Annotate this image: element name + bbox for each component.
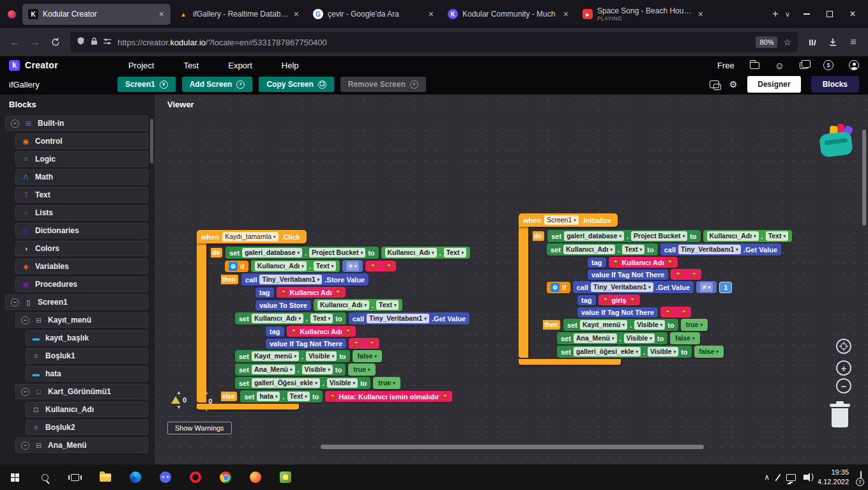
window-maximize-button[interactable] xyxy=(818,4,841,25)
menu-hamburger-icon[interactable]: ≡ xyxy=(844,33,863,52)
block-dropdown[interactable]: Tiny_Veritabanı1 xyxy=(591,282,653,292)
call-argument-row[interactable]: tag xyxy=(266,326,284,337)
call-argument-row[interactable]: value If Tag Not There xyxy=(577,307,658,318)
block-dropdown[interactable]: Kullanıcı_Adı xyxy=(385,248,437,257)
screen-selector-button[interactable]: Screen1∨ xyxy=(118,77,176,92)
block-dropdown[interactable]: true xyxy=(685,320,704,330)
extensions-cards-icon[interactable] xyxy=(800,62,808,69)
center-blocks-button[interactable] xyxy=(836,339,851,354)
sidebar-item-ana-men-[interactable]: −⊟Ana_Menü xyxy=(15,438,148,453)
boolean-block[interactable]: false xyxy=(353,350,382,362)
sidebar-item-bo-luk2[interactable]: ≡Boşluk2 xyxy=(26,420,148,435)
feedback-smiley-icon[interactable]: ☺ xyxy=(775,61,784,70)
collapse-icon[interactable]: − xyxy=(21,388,29,396)
text-string-block[interactable]: "" xyxy=(365,261,396,272)
sidebar-item-screen1[interactable]: −▯Screen1 xyxy=(5,295,148,310)
new-tab-button[interactable]: + xyxy=(772,8,779,20)
remove-screen-button[interactable]: Remove Screen× xyxy=(340,77,426,92)
block-dropdown[interactable]: Visible xyxy=(624,333,655,343)
permissions-icon[interactable] xyxy=(103,36,112,48)
text-string-block[interactable]: "" xyxy=(671,269,701,280)
call-argument-row[interactable]: tag xyxy=(255,287,274,298)
discord-icon[interactable] xyxy=(150,464,180,490)
collapse-icon[interactable]: − xyxy=(11,119,19,128)
sidebar-item-hata[interactable]: ▬hata xyxy=(26,366,148,381)
sidebar-item-built-in[interactable]: −⊞Built-in xyxy=(5,116,148,131)
tab-close-icon[interactable]: × xyxy=(293,9,300,19)
boolean-block[interactable]: true xyxy=(373,377,400,389)
call-argument-row[interactable]: value If Tag Not There xyxy=(266,339,346,349)
number-block[interactable]: 1 xyxy=(719,282,732,293)
edge-icon[interactable] xyxy=(120,464,150,490)
projects-folder-icon[interactable] xyxy=(750,62,759,69)
volume-icon[interactable] xyxy=(803,475,807,480)
event-block-header[interactable]: whenKaydı_tamamla.Click xyxy=(197,230,307,243)
browser-tab-5[interactable]: ▸Space Song - Beach House (1PLAYING× xyxy=(577,4,710,25)
block-dropdown[interactable]: Text xyxy=(310,314,333,323)
menu-project[interactable]: Project xyxy=(128,61,154,70)
block-dropdown[interactable]: Ana_Menü xyxy=(574,333,617,343)
tab-close-icon[interactable]: × xyxy=(697,9,704,19)
block-dropdown[interactable]: Kullanıcı_Adı xyxy=(252,314,303,323)
tab-list-dropdown-icon[interactable]: ∨ xyxy=(785,10,790,19)
block-dropdown[interactable]: Ana_Menü xyxy=(252,365,295,374)
block-dropdown[interactable]: true xyxy=(377,378,396,388)
block-dropdown[interactable]: Text xyxy=(444,248,466,257)
block-dropdown[interactable]: Tiny_Veritabanı1 xyxy=(678,245,741,254)
block-dropdown[interactable]: Kullanıcı_Adı xyxy=(317,300,369,310)
menu-export[interactable]: Export xyxy=(228,61,252,70)
block-dropdown[interactable]: ≠ xyxy=(700,282,713,292)
block-dropdown[interactable]: Text xyxy=(376,300,399,310)
event-block-header[interactable]: whenScreen1.Initialize xyxy=(519,213,618,227)
green-app-icon[interactable] xyxy=(270,464,300,490)
call-block[interactable]: callTiny_Veritabanı1.Get Value xyxy=(349,312,469,325)
url-text[interactable]: https://creator.kodular.io/?locale=en#53… xyxy=(118,38,750,47)
block-dropdown[interactable]: ≠ xyxy=(346,261,359,271)
url-bar[interactable]: https://creator.kodular.io/?locale=en#53… xyxy=(70,32,798,52)
block-dropdown[interactable]: Text xyxy=(314,261,336,271)
getter-block[interactable]: Kullanıcı_Adı.Text xyxy=(251,260,340,272)
set-block[interactable]: setgalleri_öğesi_ekle.Visibleto xyxy=(557,346,692,358)
billing-dollar-icon[interactable]: $ xyxy=(823,60,834,70)
pen-icon[interactable] xyxy=(775,473,781,481)
sidebar-item-colors[interactable]: ◑Colors xyxy=(15,241,148,256)
call-argument-row[interactable]: tag xyxy=(588,257,606,268)
tracking-protection-shield-icon[interactable] xyxy=(77,36,85,48)
block-dropdown[interactable]: Text xyxy=(766,231,788,241)
browser-tab-3[interactable]: Gçevir - Google'da Ara× xyxy=(307,4,440,25)
block-dropdown[interactable]: Visible xyxy=(306,351,337,361)
add-screen-button[interactable]: Add Screen+ xyxy=(182,77,253,92)
tab-close-icon[interactable]: × xyxy=(428,9,434,19)
block-dropdown[interactable]: Kayıt_menü xyxy=(580,320,627,330)
sidebar-item-procedures[interactable]: ▣Procedures xyxy=(15,277,148,292)
text-string-block[interactable]: "giriş" xyxy=(598,295,640,305)
boolean-block[interactable]: true xyxy=(348,364,375,376)
search-icon[interactable] xyxy=(30,464,60,490)
block-dropdown[interactable]: Kullanıcı_Adı xyxy=(707,231,759,241)
call-block[interactable]: callTiny_Veritabanı1.Get Value xyxy=(573,281,694,293)
boolean-block[interactable]: false xyxy=(670,332,699,344)
block-dropdown[interactable]: galeri_database xyxy=(242,248,302,257)
show-warnings-button[interactable]: Show Warnings xyxy=(167,422,232,434)
block-dropdown[interactable]: Kayıt_menü xyxy=(252,351,299,361)
designer-tab-button[interactable]: Designer xyxy=(747,76,800,93)
if-block[interactable]: ⚙if xyxy=(547,282,570,293)
taskbar-clock[interactable]: 19:35 4.12.2022 xyxy=(818,468,849,487)
zoom-indicator[interactable]: 80% xyxy=(756,36,777,48)
set-block[interactable]: sethata.Textto xyxy=(240,390,323,402)
sidebar-scrollbar[interactable] xyxy=(150,119,153,164)
sidebar-item-kay-t-ba-l-k[interactable]: ▬kayıt_başlık xyxy=(26,330,148,346)
getter-block[interactable]: Kullanıcı_Adı.Text xyxy=(703,230,792,242)
boolean-block[interactable]: true xyxy=(681,319,708,331)
collapse-icon[interactable]: − xyxy=(21,441,29,450)
block-group-when-kaydi-tamamla-click[interactable]: whenKaydı_tamamla.Clickdosetgaleri_datab… xyxy=(197,230,473,410)
block-dropdown[interactable]: hata xyxy=(257,392,280,401)
reload-button[interactable] xyxy=(46,33,65,52)
block-dropdown[interactable]: Project Bucket xyxy=(309,248,365,257)
account-avatar-icon[interactable] xyxy=(849,60,859,70)
copy-screen-button[interactable]: Copy Screen❏ xyxy=(259,77,333,92)
library-icon[interactable] xyxy=(803,33,822,52)
block-dropdown[interactable]: Text xyxy=(622,245,644,254)
if-block[interactable]: ⚙if xyxy=(225,261,248,272)
warning-counter[interactable]: ▲ 0 ▼ xyxy=(171,390,187,413)
